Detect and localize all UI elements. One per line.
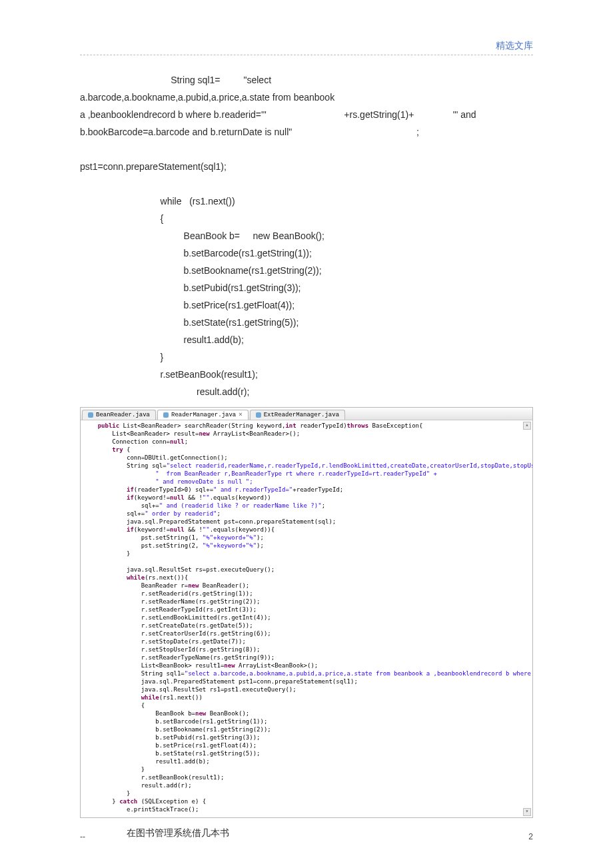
ide-tab[interactable]: BeanReader.java [82,410,156,420]
ide-tab[interactable]: ReaderManager.java× [157,410,249,420]
java-file-icon [256,412,261,418]
code-line: a.barcode,a.bookname,a.pubid,a.price,a.s… [80,89,533,106]
code-line: b.setBookname(rs1.getString(2)); [80,262,533,279]
header-rule [80,55,533,55]
page-number: 2 [528,832,533,841]
code-line: b.setBarcode(rs1.getString(1)); [80,244,533,262]
tab-label: BeanReader.java [96,411,150,419]
code-line: b.setPubid(rs1.getString(3)); [80,279,533,296]
ide-code: public List<BeanReader> searchReader(Str… [83,422,530,813]
code-line: b.setState(rs1.getString(5)); [80,314,533,331]
ide-tab[interactable]: ExtReaderManager.java [250,410,345,420]
tab-label: ExtReaderManager.java [264,411,339,419]
code-line: b.setPrice(rs1.getFloat(4)); [80,296,533,314]
page-footer: -- 2 [80,832,533,841]
code-line: String sql1= "select [80,71,533,89]
footer-left: -- [80,832,85,841]
code-line: } [80,348,533,366]
ide-editor[interactable]: ▴ ▾ public List<BeanReader> searchReader… [81,420,532,817]
code-line: BeanBook b= new BeanBook(); [80,227,533,244]
ide-tabbar: BeanReader.java ReaderManager.java× ExtR… [81,408,532,420]
code-line: r.setBeanBook(result1); [80,366,533,383]
java-file-icon [163,412,169,418]
tab-label: ReaderManager.java [171,411,236,419]
code-line: { [80,210,533,227]
code-line: b.bookBarcode=a.barcode and b.returnDate… [80,123,533,141]
ide-screenshot: BeanReader.java ReaderManager.java× ExtR… [80,407,533,818]
close-icon[interactable]: × [239,411,242,419]
java-file-icon [88,412,93,418]
code-line: pst1=conn.prepareStatement(sql1); [80,158,533,175]
code-line: result1.add(b); [80,331,533,348]
code-line: result.add(r); [80,383,533,400]
blank-line [80,141,533,158]
scroll-up-icon[interactable]: ▴ [523,422,531,430]
scroll-down-icon[interactable]: ▾ [523,808,531,816]
code-line: a ,beanbooklendrecord b where b.readerid… [80,106,533,123]
code-line: while (rs1.next()) [80,193,533,210]
document-body: String sql1= "select a.barcode,a.booknam… [80,71,533,400]
header-label: 精选文库 [80,40,533,52]
page: 精选文库 String sql1= "select a.barcode,a.bo… [0,0,613,868]
blank-line [80,175,533,193]
